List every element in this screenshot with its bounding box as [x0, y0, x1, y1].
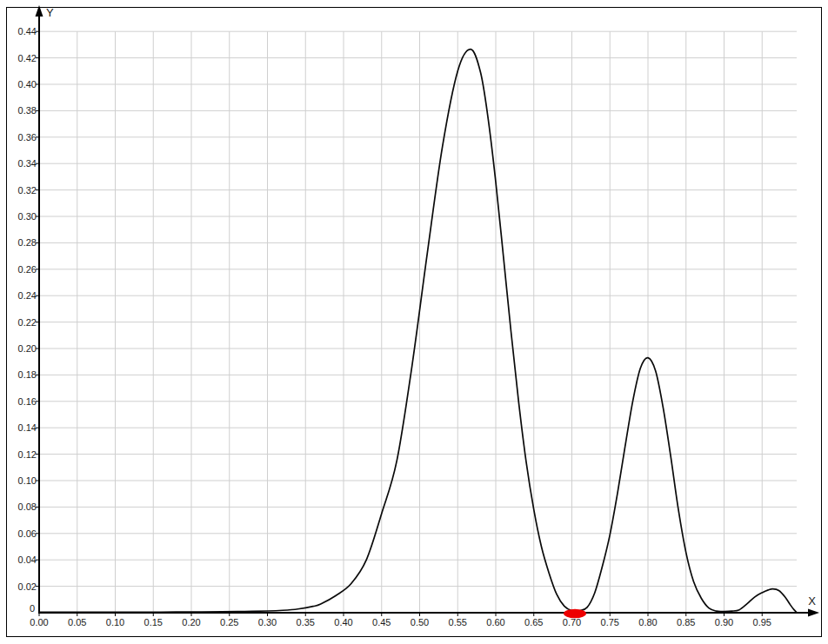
y-tick-label: 0.32: [18, 185, 37, 196]
y-tick-label: 0.04: [18, 554, 37, 565]
y-tick-label: 0.14: [18, 422, 37, 433]
y-tick-label: 0.06: [18, 528, 37, 539]
density-curve: [39, 50, 797, 613]
y-tick-label: 0.12: [18, 449, 37, 460]
x-tick-label: 0.10: [106, 617, 124, 627]
y-tick-label: 0.18: [18, 369, 37, 380]
x-tick-label: 0.80: [638, 617, 657, 627]
x-tick-label: 0.00: [30, 617, 48, 627]
y-tick-label: 0.08: [18, 501, 37, 512]
function-plot-canvas: 0.000.050.100.150.200.250.300.350.400.45…: [0, 0, 828, 644]
y-axis-arrow-icon: [36, 5, 43, 17]
y-tick-label: 0.42: [18, 53, 37, 63]
x-axis-arrow-icon: [808, 609, 819, 617]
y-tick-label: 0.30: [18, 211, 37, 222]
x-tick-label: 0.35: [297, 617, 315, 627]
y-tick-label: 0.34: [18, 158, 37, 169]
axis-layer: [36, 5, 820, 617]
y-tick-label: 0.16: [18, 396, 37, 407]
y-tick-label: 0.22: [18, 317, 37, 328]
x-tick-label: 0.50: [411, 617, 429, 627]
x-tick-label: 0.05: [68, 617, 86, 627]
x-tick-label: 0.90: [715, 617, 733, 627]
plot-window: 0.000.050.100.150.200.250.300.350.400.45…: [0, 0, 828, 644]
y-tick-label: 0.36: [18, 132, 37, 143]
y-tick-label: 0.24: [18, 290, 37, 301]
x-tick-label: 0.65: [524, 617, 543, 627]
x-tick-label: 0.85: [677, 617, 695, 627]
y-tick-label: 0.44: [18, 26, 37, 37]
marker-layer: [564, 609, 586, 618]
x-tick-label: 0.15: [144, 617, 163, 627]
y-axis-label: Y: [46, 6, 54, 19]
curve-layer: [39, 50, 797, 613]
x-tick-label: 0.70: [563, 617, 581, 627]
x-tick-label: 0.55: [449, 617, 467, 627]
y-tick-label: 0.02: [18, 581, 37, 592]
y-tick-label: 0.26: [18, 264, 37, 275]
x-tick-label: 0.95: [753, 617, 771, 627]
origin-tick-label: 0: [30, 603, 35, 614]
x-tick-label: 0.45: [372, 617, 391, 627]
y-tick-label: 0.28: [18, 237, 37, 248]
x-tick-label: 0.30: [258, 617, 277, 627]
x-tick-label: 0.20: [182, 617, 200, 627]
x-axis-label: X: [808, 594, 816, 607]
x-tick-label: 0.40: [334, 617, 352, 627]
x-tick-label: 0.75: [601, 617, 619, 627]
highlight-marker: [564, 609, 586, 618]
x-tick-label: 0.25: [220, 617, 238, 627]
y-tick-label: 0.10: [18, 475, 37, 486]
y-tick-label: 0.20: [18, 343, 37, 354]
x-tick-label: 0.60: [486, 617, 504, 627]
y-tick-label: 0.38: [18, 105, 37, 116]
y-tick-label: 0.40: [18, 79, 37, 90]
tick-layer: 0.000.050.100.150.200.250.300.350.400.45…: [18, 26, 771, 627]
